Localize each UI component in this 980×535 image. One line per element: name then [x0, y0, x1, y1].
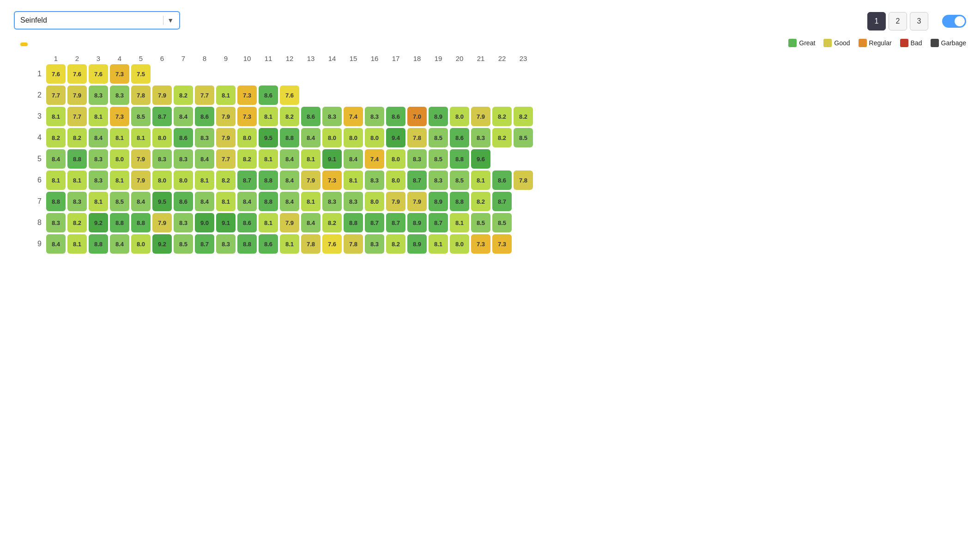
cell-s7-e6[interactable]: 9.5 — [152, 192, 172, 211]
cell-s5-e5[interactable]: 7.9 — [131, 149, 151, 169]
cell-s6-e5[interactable]: 7.9 — [131, 170, 151, 190]
cell-s6-e18[interactable]: 8.7 — [407, 170, 427, 190]
cell-s7-e18[interactable]: 7.9 — [407, 192, 427, 211]
cell-s8-e22[interactable]: 8.5 — [492, 213, 512, 232]
cell-s3-e9[interactable]: 7.9 — [216, 107, 236, 126]
cell-s4-e1[interactable]: 8.2 — [46, 128, 66, 147]
cell-s7-e17[interactable]: 7.9 — [386, 192, 405, 211]
cell-s6-e17[interactable]: 8.0 — [386, 170, 405, 190]
cell-s3-e3[interactable]: 8.1 — [89, 107, 108, 126]
cell-s6-e21[interactable]: 8.1 — [471, 170, 490, 190]
cell-s8-e20[interactable]: 8.1 — [450, 213, 469, 232]
cell-s7-e19[interactable]: 8.9 — [429, 192, 448, 211]
cell-s3-e13[interactable]: 8.6 — [301, 107, 321, 126]
cell-s6-e6[interactable]: 8.0 — [152, 170, 172, 190]
cell-s4-e4[interactable]: 8.1 — [110, 128, 129, 147]
cell-s6-e14[interactable]: 7.3 — [322, 170, 342, 190]
cell-s9-e11[interactable]: 8.6 — [259, 234, 278, 254]
cell-s7-e13[interactable]: 8.1 — [301, 192, 321, 211]
cell-s4-e18[interactable]: 7.8 — [407, 128, 427, 147]
cell-s9-e9[interactable]: 8.3 — [216, 234, 236, 254]
cell-s3-e22[interactable]: 8.2 — [492, 107, 512, 126]
cell-s9-e21[interactable]: 7.3 — [471, 234, 490, 254]
cell-s5-e4[interactable]: 8.0 — [110, 149, 129, 169]
cell-s2-e6[interactable]: 7.9 — [152, 85, 172, 105]
cell-s3-e12[interactable]: 8.2 — [280, 107, 299, 126]
cell-s2-e1[interactable]: 7.7 — [46, 85, 66, 105]
cell-s2-e4[interactable]: 8.3 — [110, 85, 129, 105]
imdb-badge[interactable] — [20, 43, 28, 46]
cell-s7-e8[interactable]: 8.4 — [195, 192, 214, 211]
cell-s5-e20[interactable]: 8.8 — [450, 149, 469, 169]
cell-s8-e7[interactable]: 8.3 — [174, 213, 193, 232]
cell-s8-e16[interactable]: 8.7 — [365, 213, 384, 232]
cell-s2-e12[interactable]: 7.6 — [280, 85, 299, 105]
cell-s8-e14[interactable]: 8.2 — [322, 213, 342, 232]
cell-s9-e16[interactable]: 8.3 — [365, 234, 384, 254]
cell-s5-e13[interactable]: 8.1 — [301, 149, 321, 169]
cell-s5-e2[interactable]: 8.8 — [67, 149, 87, 169]
cell-s6-e22[interactable]: 8.6 — [492, 170, 512, 190]
cell-s5-e16[interactable]: 7.4 — [365, 149, 384, 169]
cell-s9-e6[interactable]: 9.2 — [152, 234, 172, 254]
cell-s6-e9[interactable]: 8.2 — [216, 170, 236, 190]
cell-s4-e6[interactable]: 8.0 — [152, 128, 172, 147]
cell-s5-e6[interactable]: 8.3 — [152, 149, 172, 169]
cell-s8-e9[interactable]: 9.1 — [216, 213, 236, 232]
cell-s3-e23[interactable]: 8.2 — [514, 107, 533, 126]
cell-s4-e7[interactable]: 8.6 — [174, 128, 193, 147]
cell-s5-e11[interactable]: 8.1 — [259, 149, 278, 169]
cell-s1-e3[interactable]: 7.6 — [89, 64, 108, 84]
cell-s7-e14[interactable]: 8.3 — [322, 192, 342, 211]
cell-s7-e5[interactable]: 8.4 — [131, 192, 151, 211]
cell-s3-e7[interactable]: 8.4 — [174, 107, 193, 126]
cell-s4-e16[interactable]: 8.0 — [365, 128, 384, 147]
cell-s6-e2[interactable]: 8.1 — [67, 170, 87, 190]
cell-s2-e2[interactable]: 7.9 — [67, 85, 87, 105]
cell-s9-e17[interactable]: 8.2 — [386, 234, 405, 254]
cell-s4-e15[interactable]: 8.0 — [344, 128, 363, 147]
flip-toggle[interactable] — [942, 15, 966, 28]
cell-s9-e19[interactable]: 8.1 — [429, 234, 448, 254]
cell-s6-e3[interactable]: 8.3 — [89, 170, 108, 190]
cell-s7-e4[interactable]: 8.5 — [110, 192, 129, 211]
cell-s8-e17[interactable]: 8.7 — [386, 213, 405, 232]
cell-s9-e13[interactable]: 7.8 — [301, 234, 321, 254]
cell-s7-e1[interactable]: 8.8 — [46, 192, 66, 211]
cell-s8-e15[interactable]: 8.8 — [344, 213, 363, 232]
cell-s3-e18[interactable]: 7.0 — [407, 107, 427, 126]
cell-s6-e19[interactable]: 8.3 — [429, 170, 448, 190]
cell-s7-e9[interactable]: 8.1 — [216, 192, 236, 211]
cell-s7-e15[interactable]: 8.3 — [344, 192, 363, 211]
cell-s8-e21[interactable]: 8.5 — [471, 213, 490, 232]
cell-s6-e1[interactable]: 8.1 — [46, 170, 66, 190]
cell-s4-e11[interactable]: 9.5 — [259, 128, 278, 147]
cell-s4-e19[interactable]: 8.5 — [429, 128, 448, 147]
cell-s2-e9[interactable]: 8.1 — [216, 85, 236, 105]
cell-s8-e6[interactable]: 7.9 — [152, 213, 172, 232]
cell-s9-e15[interactable]: 7.8 — [344, 234, 363, 254]
cell-s5-e9[interactable]: 7.7 — [216, 149, 236, 169]
cell-s6-e23[interactable]: 7.8 — [514, 170, 533, 190]
cell-s7-e16[interactable]: 8.0 — [365, 192, 384, 211]
cell-s4-e14[interactable]: 8.0 — [322, 128, 342, 147]
cell-s3-e10[interactable]: 7.3 — [237, 107, 257, 126]
cell-s9-e18[interactable]: 8.9 — [407, 234, 427, 254]
cell-s5-e18[interactable]: 8.3 — [407, 149, 427, 169]
cell-s9-e5[interactable]: 8.0 — [131, 234, 151, 254]
cell-s2-e10[interactable]: 7.3 — [237, 85, 257, 105]
cell-s7-e22[interactable]: 8.7 — [492, 192, 512, 211]
cell-s2-e5[interactable]: 7.8 — [131, 85, 151, 105]
cell-s5-e10[interactable]: 8.2 — [237, 149, 257, 169]
cell-s9-e10[interactable]: 8.8 — [237, 234, 257, 254]
cell-s3-e2[interactable]: 7.7 — [67, 107, 87, 126]
cell-s8-e13[interactable]: 8.4 — [301, 213, 321, 232]
cell-s3-e16[interactable]: 8.3 — [365, 107, 384, 126]
cell-s5-e17[interactable]: 8.0 — [386, 149, 405, 169]
cell-s5-e7[interactable]: 8.3 — [174, 149, 193, 169]
cell-s9-e14[interactable]: 7.6 — [322, 234, 342, 254]
cell-s3-e1[interactable]: 8.1 — [46, 107, 66, 126]
cell-s3-e20[interactable]: 8.0 — [450, 107, 469, 126]
cell-s7-e7[interactable]: 8.6 — [174, 192, 193, 211]
cell-s4-e23[interactable]: 8.5 — [514, 128, 533, 147]
